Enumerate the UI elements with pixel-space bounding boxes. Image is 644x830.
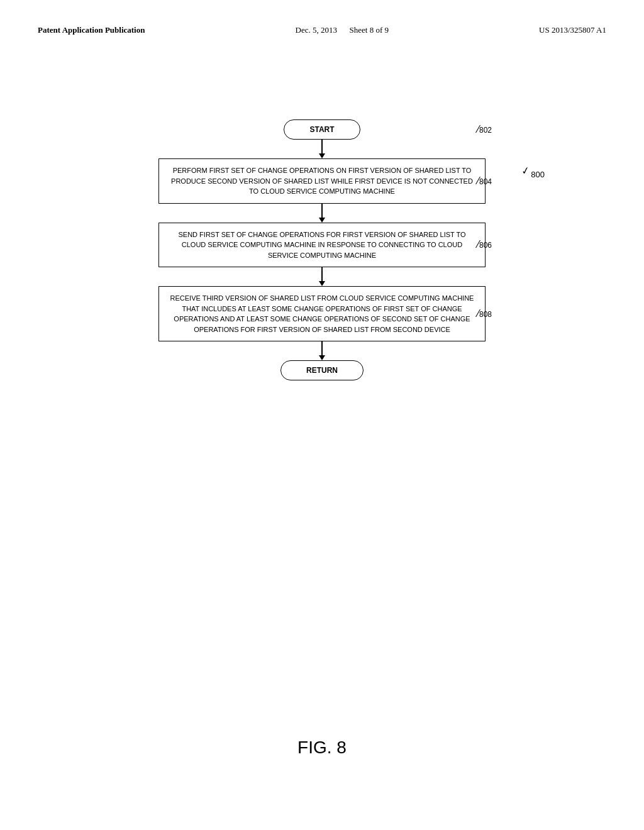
- arrow-head: [319, 355, 325, 360]
- arrow-head: [319, 281, 325, 286]
- arrow-start-to-step1: [319, 140, 325, 158]
- ref-800-label: 800: [531, 170, 545, 179]
- arrow-step3-to-return: [319, 341, 325, 360]
- step3-box: RECEIVE THIRD VERSION OF SHARED LIST FRO…: [158, 286, 486, 341]
- header-sheet: Sheet 8 of 9: [350, 25, 389, 35]
- arrow-line: [321, 267, 323, 281]
- step3-container: RECEIVE THIRD VERSION OF SHARED LIST FRO…: [146, 286, 498, 341]
- step1-box: PERFORM FIRST SET OF CHANGE OPERATIONS O…: [158, 158, 486, 204]
- arrow-step1-to-step2: [319, 204, 325, 223]
- arrow-line: [321, 341, 323, 355]
- step3-ref: ∕808: [477, 308, 492, 319]
- arrow-head: [319, 218, 325, 223]
- step2-ref: ∕806: [477, 239, 492, 250]
- return-container: RETURN: [146, 360, 498, 380]
- arrow-head: [319, 153, 325, 158]
- arrow-line: [321, 140, 323, 153]
- step2-container: SEND FIRST SET OF CHANGE OPERATIONS FOR …: [146, 223, 498, 268]
- page-header: Patent Application Publication Dec. 5, 2…: [0, 0, 644, 35]
- step1-ref: ∕804: [477, 175, 492, 187]
- header-date: Dec. 5, 2013: [296, 25, 337, 35]
- step1-container: PERFORM FIRST SET OF CHANGE OPERATIONS O…: [146, 158, 498, 204]
- header-publication-label: Patent Application Publication: [38, 25, 145, 35]
- return-oval: RETURN: [280, 360, 364, 380]
- header-date-sheet: Dec. 5, 2013 Sheet 8 of 9: [296, 25, 389, 35]
- arrow-step2-to-step3: [319, 267, 325, 286]
- start-ref-label: ∕802: [477, 124, 492, 135]
- checkmark-800-icon: ✓: [520, 164, 530, 177]
- figure-caption: FIG. 8: [297, 738, 347, 758]
- step2-box: SEND FIRST SET OF CHANGE OPERATIONS FOR …: [158, 223, 486, 268]
- arrow-line: [321, 204, 323, 218]
- start-container: START ∕802: [146, 119, 498, 140]
- header-patent-number: US 2013/325807 A1: [539, 25, 606, 35]
- flowchart: START ∕802 PERFORM FIRST SET OF CHANGE O…: [146, 119, 498, 380]
- start-oval: START: [284, 119, 360, 140]
